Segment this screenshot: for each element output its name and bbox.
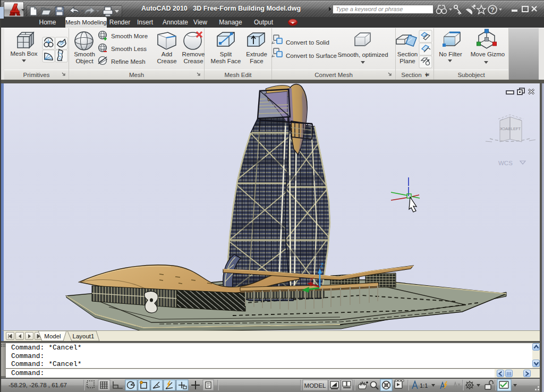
svg-text:1:1: 1:1 [420, 382, 428, 389]
svg-text:MODEL: MODEL [304, 382, 327, 389]
svg-text:WCS: WCS [498, 160, 513, 166]
svg-text:Z: Z [320, 262, 324, 268]
svg-text:Model: Model [44, 333, 61, 339]
svg-text:Layout1: Layout1 [73, 333, 95, 339]
svg-text:LEFT: LEFT [511, 126, 521, 131]
svg-text:BACK: BACK [500, 126, 511, 131]
